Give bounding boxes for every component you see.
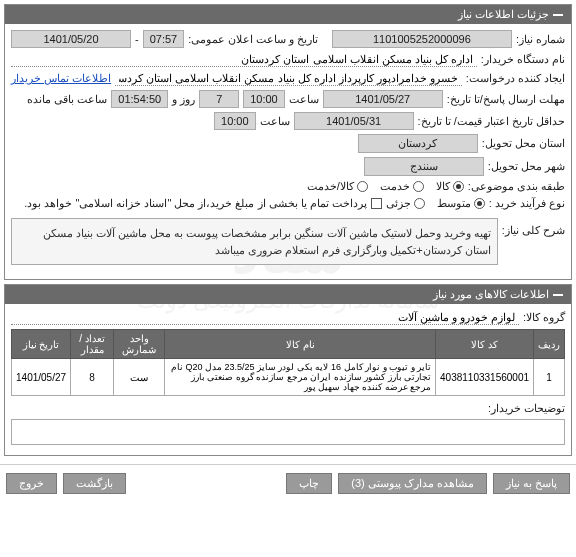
radio-mid-label: متوسط (437, 197, 471, 210)
announce-date: 1401/05/20 (11, 30, 131, 48)
requester-label: ایجاد کننده درخواست: (466, 72, 565, 85)
treasury-note: پرداخت تمام یا بخشی از مبلغ خرید،از محل … (24, 197, 367, 210)
deadline-date: 1401/05/27 (323, 90, 443, 108)
deadline-label: مهلت ارسال پاسخ/تا تاریخ: (447, 93, 565, 106)
need-number-label: شماره نیاز: (516, 33, 565, 46)
city-label: شهر محل تحویل: (488, 160, 565, 173)
need-number-value: 1101005252000096 (332, 30, 512, 48)
panel-header-1: جزئیات اطلاعات نیاز (5, 5, 571, 24)
treasury-checkbox[interactable] (371, 198, 382, 209)
announce-time: 07:57 (143, 30, 185, 48)
buyer-notes-label: توضیحات خریدار: (488, 402, 565, 415)
desc-box: تهیه وخرید وحمل لاستیک ماشین آلات سنگین … (11, 218, 498, 265)
cell-row: 1 (534, 359, 565, 396)
cell-code: 4038110331560001 (436, 359, 534, 396)
footer-bar: پاسخ به نیاز مشاهده مدارک پیوستی (3) چاپ… (0, 464, 576, 502)
time-label-1: ساعت (289, 93, 319, 106)
th-date: تاریخ نیاز (12, 330, 71, 359)
desc-label: شرح کلی نیاز: (502, 214, 565, 237)
city-value: سنندج (364, 157, 484, 176)
min-valid-label: حداقل تاریخ اعتبار قیمت/ تا تاریخ: (418, 115, 565, 128)
cell-unit: ست (113, 359, 164, 396)
radio-both[interactable] (357, 181, 368, 192)
goods-table: ردیف کد کالا نام کالا واحد شمارش تعداد /… (11, 329, 565, 396)
radio-service-label: خدمت (380, 180, 410, 193)
th-row: ردیف (534, 330, 565, 359)
radio-mid[interactable] (474, 198, 485, 209)
dash-sep: - (135, 33, 139, 45)
contact-info-link[interactable]: اطلاعات تماس خریدار (11, 72, 111, 85)
province-label: استان محل تحویل: (482, 137, 565, 150)
cell-name: تایر و تیوب و نوار کامل 16 لایه بکی لودر… (165, 359, 436, 396)
goods-info-panel: اطلاعات کالاهای مورد نیاز گروه کالا: ردی… (4, 284, 572, 456)
th-code: کد کالا (436, 330, 534, 359)
process-label: نوع فرآیند خرید : (489, 197, 565, 210)
buyer-notes-box (11, 419, 565, 445)
process-radio-group: متوسط جزئی (386, 197, 485, 210)
days-label: روز و (172, 93, 195, 106)
requester-value (115, 71, 462, 86)
province-value: کردستان (358, 134, 478, 153)
panel-title-2: اطلاعات کالاهای مورد نیاز (433, 288, 549, 301)
days-count: 7 (199, 90, 239, 108)
announce-label: تاریخ و ساعت اعلان عمومی: (188, 33, 318, 46)
radio-service[interactable] (413, 181, 424, 192)
category-label: طبقه بندی موضوعی: (468, 180, 565, 193)
countdown-timer: 01:54:50 (111, 90, 168, 108)
cell-qty: 8 (71, 359, 114, 396)
category-radio-group: کالا خدمت کالا/خدمت (307, 180, 464, 193)
th-unit: واحد شمارش (113, 330, 164, 359)
need-details-panel: جزئیات اطلاعات نیاز شماره نیاز: 11010052… (4, 4, 572, 280)
exit-button[interactable]: خروج (6, 473, 57, 494)
min-valid-date: 1401/05/31 (294, 112, 414, 130)
panel-header-2: اطلاعات کالاهای مورد نیاز (5, 285, 571, 304)
table-row[interactable]: 1 4038110331560001 تایر و تیوب و نوار کا… (12, 359, 565, 396)
buyer-label: نام دستگاه خریدار: (481, 53, 565, 66)
reply-button[interactable]: پاسخ به نیاز (493, 473, 570, 494)
radio-goods[interactable] (453, 181, 464, 192)
buyer-value (11, 52, 477, 67)
print-button[interactable]: چاپ (286, 473, 332, 494)
th-name: نام کالا (165, 330, 436, 359)
cell-date: 1401/05/27 (12, 359, 71, 396)
group-label: گروه کالا: (523, 311, 565, 324)
time-label-2: ساعت (260, 115, 290, 128)
radio-small-label: جزئی (386, 197, 411, 210)
radio-both-label: کالا/خدمت (307, 180, 354, 193)
group-value (11, 310, 519, 325)
radio-goods-label: کالا (436, 180, 450, 193)
attachments-button[interactable]: مشاهده مدارک پیوستی (3) (338, 473, 487, 494)
min-valid-time: 10:00 (214, 112, 256, 130)
th-qty: تعداد / مقدار (71, 330, 114, 359)
radio-small[interactable] (414, 198, 425, 209)
collapse-icon[interactable] (553, 14, 563, 16)
panel-title-1: جزئیات اطلاعات نیاز (458, 8, 549, 21)
back-button[interactable]: بازگشت (63, 473, 126, 494)
collapse-icon-2[interactable] (553, 294, 563, 296)
deadline-time: 10:00 (243, 90, 285, 108)
remain-label: ساعت باقی مانده (27, 93, 107, 106)
